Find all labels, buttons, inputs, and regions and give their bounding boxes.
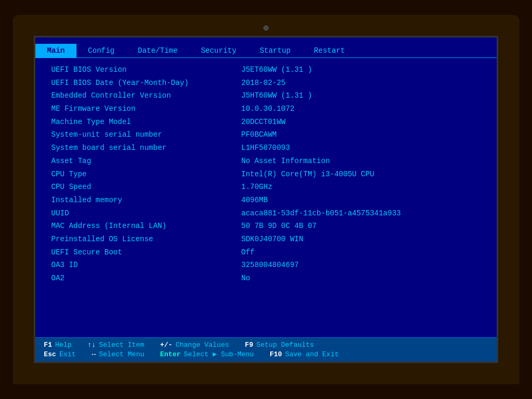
info-value: 1.70GHz [241, 182, 481, 193]
footer-desc: Select ▶ Sub-Menu [184, 350, 254, 358]
footer-item: EscExit [44, 350, 76, 358]
info-value: 20DCCT01WW [241, 117, 481, 128]
info-row: Embedded Controller VersionJ5HT60WW (1.3… [51, 90, 481, 102]
footer-item: F1Help [44, 341, 72, 349]
info-value: No [241, 273, 481, 284]
footer-key: ↔ [92, 350, 96, 358]
info-label: Preinstalled OS License [51, 234, 241, 245]
footer-desc: Exit [59, 350, 75, 358]
nav-item-date-time[interactable]: Date/Time [126, 44, 189, 58]
info-row: System board serial numberL1HF5870093 [51, 142, 481, 154]
info-value: 3258004804697 [241, 260, 481, 271]
info-value: 50 7B 9D 0C 4B 07 [241, 221, 481, 232]
info-row: System-unit serial numberPF0BCAWM [51, 129, 481, 141]
info-value: SDK0J40700 WIN [241, 234, 481, 245]
footer-key: +/- [160, 341, 172, 349]
footer-item: ↔Select Menu [92, 350, 145, 358]
footer-key: F1 [44, 341, 52, 349]
info-row: Preinstalled OS LicenseSDK0J40700 WIN [51, 234, 481, 245]
title-bar [35, 37, 497, 44]
info-label: CPU Type [51, 169, 241, 180]
info-label: OA3 ID [51, 260, 241, 271]
footer-item: ↑↓Select Item [88, 341, 144, 349]
info-label: UUID [51, 208, 241, 220]
camera [263, 25, 269, 31]
info-row: ME Firmware Version10.0.30.1072 [51, 103, 481, 115]
info-label: CPU Speed [51, 182, 241, 193]
footer-desc: Setup Defaults [256, 341, 314, 349]
info-row: OA2No [51, 273, 481, 284]
info-value: 10.0.30.1072 [241, 103, 481, 115]
info-value: Intel(R) Core(TM) i3-4005U CPU [241, 169, 481, 180]
footer-key: F9 [245, 341, 253, 349]
info-value: 4096MB [241, 195, 481, 206]
nav-item-main[interactable]: Main [35, 44, 77, 58]
info-label: MAC Address (Internal LAN) [51, 221, 241, 232]
footer-item: EnterSelect ▶ Sub-Menu [160, 350, 254, 358]
info-label: Asset Tag [51, 156, 241, 167]
info-value: acaca881-53df-11cb-b051-a4575341a933 [241, 208, 481, 220]
footer-item: F10Save and Exit [270, 350, 339, 358]
info-row: UEFI Secure BootOff [51, 247, 481, 259]
footer-desc: Save and Exit [285, 350, 338, 358]
footer-desc: Select Menu [99, 350, 144, 358]
content-area: UEFI BIOS VersionJ5ET60WW (1.31 )UEFI BI… [35, 58, 497, 337]
info-value: J5HT60WW (1.31 ) [241, 90, 481, 102]
footer-desc: Select Item [99, 341, 144, 349]
nav-item-startup[interactable]: Startup [248, 44, 302, 58]
info-label: UEFI BIOS Date (Year-Month-Day) [51, 78, 241, 89]
footer-item: F9Setup Defaults [245, 341, 314, 349]
info-value: PF0BCAWM [241, 129, 481, 141]
footer-enter-key: Enter [160, 350, 180, 358]
info-label: Embedded Controller Version [51, 90, 241, 102]
info-row: Asset TagNo Asset Information [51, 156, 481, 167]
footer-key: F10 [270, 350, 282, 358]
info-label: UEFI Secure Boot [51, 247, 241, 259]
info-row: MAC Address (Internal LAN)50 7B 9D 0C 4B… [51, 221, 481, 232]
info-row: CPU TypeIntel(R) Core(TM) i3-4005U CPU [51, 169, 481, 180]
info-value: J5ET60WW (1.31 ) [241, 64, 481, 76]
footer-row-1: F1Help↑↓Select Item+/-Change ValuesF9Set… [44, 341, 488, 349]
nav-bar: MainConfigDate/TimeSecurityStartupRestar… [35, 44, 497, 58]
info-row: UEFI BIOS VersionJ5ET60WW (1.31 ) [51, 64, 481, 76]
info-row: CPU Speed1.70GHz [51, 182, 481, 193]
info-value: Off [241, 247, 481, 259]
info-row: UEFI BIOS Date (Year-Month-Day)2018-02-2… [51, 78, 481, 89]
info-label: OA2 [51, 273, 241, 284]
info-label: System board serial number [51, 142, 241, 154]
info-label: Installed memory [51, 195, 241, 206]
info-row: OA3 ID3258004804697 [51, 260, 481, 271]
info-label: Machine Type Model [51, 117, 241, 128]
info-row: Machine Type Model20DCCT01WW [51, 117, 481, 128]
nav-item-config[interactable]: Config [77, 44, 126, 58]
info-value: L1HF5870093 [241, 142, 481, 154]
footer-bar: F1Help↑↓Select Item+/-Change ValuesF9Set… [35, 337, 497, 362]
footer-key: Esc [44, 350, 56, 358]
info-row: Installed memory4096MB [51, 195, 481, 206]
screen: MainConfigDate/TimeSecurityStartupRestar… [34, 36, 498, 363]
laptop-frame: MainConfigDate/TimeSecurityStartupRestar… [13, 15, 519, 384]
footer-item: +/-Change Values [160, 341, 229, 349]
info-row: UUIDacaca881-53df-11cb-b051-a4575341a933 [51, 208, 481, 220]
info-label: ME Firmware Version [51, 103, 241, 115]
info-value: No Asset Information [241, 156, 481, 167]
info-label: UEFI BIOS Version [51, 64, 241, 76]
footer-desc: Help [55, 341, 72, 349]
footer-key: ↑↓ [88, 341, 96, 349]
footer-row-2: EscExit↔Select MenuEnterSelect ▶ Sub-Men… [44, 350, 488, 358]
footer-desc: Change Values [176, 341, 229, 349]
nav-item-restart[interactable]: Restart [302, 44, 357, 58]
info-value: 2018-02-25 [241, 78, 481, 89]
info-label: System-unit serial number [51, 129, 241, 141]
nav-item-security[interactable]: Security [189, 44, 248, 58]
